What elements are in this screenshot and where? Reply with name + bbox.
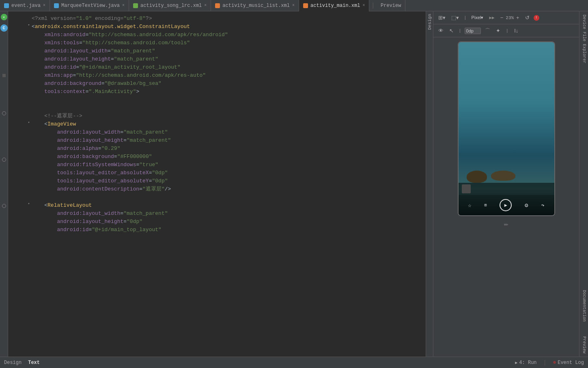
code-editor[interactable]: <?xml version="1.0" encoding="utf-8"?> ▾… xyxy=(8,11,426,357)
preview-label[interactable]: Preview xyxy=(579,333,588,357)
tab-close-icon[interactable]: × xyxy=(292,3,295,8)
tab-label: activity_song_lrc.xml xyxy=(140,3,202,9)
code-text: tools:layout_editor_absoluteX="0dp" xyxy=(32,169,168,177)
song-thumbnail xyxy=(462,184,471,193)
event-log-label: Event Log xyxy=(558,360,584,366)
preview-toolbar-2: 👁 ↖ | ⌒ ✦ | I↓ xyxy=(433,24,579,37)
logcat-btn[interactable]: ▶ 4: Run xyxy=(515,360,536,366)
code-line-5: android:layout_width="match_parent" xyxy=(11,47,426,55)
tab-song-xml[interactable]: activity_song_lrc.xml × xyxy=(129,0,211,11)
code-text: android:background="#FF000000" xyxy=(32,153,152,161)
code-text: xmlns:app="http://schemas.android.com/ap… xyxy=(32,71,206,80)
code-text: android:background="@drawable/bg_sea" xyxy=(32,80,162,88)
code-text: xmlns:android="http://schemas.android.co… xyxy=(32,31,228,39)
code-line-rl-lh: android:layout_height="0dp" xyxy=(11,218,426,226)
code-text: <!--遮罩层--> xyxy=(32,112,82,120)
java-file-icon xyxy=(4,3,9,8)
pixel-btn[interactable]: Pixel▾ xyxy=(470,14,485,21)
code-text: android:layout_width="match_parent" xyxy=(32,210,168,218)
error-icon: ⊗ xyxy=(553,359,556,366)
code-line-6: android:layout_height="match_parent" xyxy=(11,55,426,63)
palette-label[interactable]: Design xyxy=(426,11,433,32)
documentation-label[interactable]: Documentation xyxy=(579,287,588,325)
circle-fold-indicator[interactable] xyxy=(2,111,6,115)
magic-btn[interactable]: ✦ xyxy=(494,27,502,35)
eye-btn[interactable]: 👁 xyxy=(437,27,445,35)
close-indicator[interactable]: ✕ xyxy=(1,14,7,20)
preview-device: ☆ ⊞ ▶ ⚙ ↷ ✏ xyxy=(433,37,579,357)
tab-event-java[interactable]: event.java × xyxy=(0,0,50,11)
fold-down-icon[interactable]: ▾ xyxy=(26,201,32,207)
tab-preview[interactable]: Preview xyxy=(377,0,405,11)
circle-fold-indicator-2[interactable] xyxy=(2,158,6,162)
tab-label: activity_main.xml xyxy=(310,3,360,9)
phone-mockup: ☆ ⊞ ▶ ⚙ ↷ xyxy=(458,41,555,216)
main-area: ✕ C <?xml version="1.0" encoding="utf-8"… xyxy=(0,11,588,357)
code-text: <RelativeLayout xyxy=(32,201,92,210)
code-text xyxy=(32,104,35,112)
tab-label: event.java xyxy=(11,3,41,9)
tab-close-icon[interactable]: × xyxy=(204,3,207,8)
code-line-lw: android:layout_width="match_parent" xyxy=(11,128,426,136)
far-right-panel: Device File Explorer Documentation Previ… xyxy=(579,11,588,357)
code-line-blank3 xyxy=(11,193,426,201)
separator: | xyxy=(464,15,467,20)
design-tab-btn[interactable]: Design xyxy=(4,360,22,366)
refresh-btn[interactable]: ↺ xyxy=(523,14,531,22)
code-line-relativelayout: ▾ <RelativeLayout xyxy=(11,201,426,210)
bookmark-indicator: C xyxy=(0,24,8,32)
code-line-imageview: ▾ <ImageView xyxy=(11,120,426,128)
circle-fold-indicator-3[interactable] xyxy=(2,204,6,208)
separator-2: ▶▶ xyxy=(489,15,494,20)
tab-marquee-java[interactable]: MarqueeTextView.java × xyxy=(50,0,129,11)
code-text: android:id="@+id/main_activity_root_layo… xyxy=(32,63,181,71)
square-indicator xyxy=(2,74,6,77)
play-button[interactable]: ▶ xyxy=(500,199,512,211)
separator-3: | xyxy=(459,28,461,33)
code-line-bg: android:background="#FF000000" xyxy=(11,153,426,161)
tab-close-icon[interactable]: × xyxy=(362,3,365,8)
zoom-out-btn[interactable]: − xyxy=(499,14,505,22)
code-line-rl-id: android:id="@+id/main_top_layout" xyxy=(11,226,426,234)
view-toggle-btn[interactable]: ⊞▾ xyxy=(437,14,447,22)
device-file-explorer-label[interactable]: Device File Explorer xyxy=(579,11,588,67)
code-content[interactable]: <?xml version="1.0" encoding="utf-8"?> ▾… xyxy=(8,11,426,357)
text-tab-btn[interactable]: Text xyxy=(28,360,40,366)
code-line-9: android:background="@drawable/bg_sea" xyxy=(11,80,426,88)
share-icon[interactable]: ↷ xyxy=(541,202,544,209)
code-line-ay: tools:layout_editor_absoluteY="0dp" xyxy=(11,177,426,185)
zoom-in-btn[interactable]: + xyxy=(515,14,521,22)
cursor2-btn[interactable]: ↖ xyxy=(448,27,455,35)
tab-close-icon[interactable]: × xyxy=(122,3,125,8)
code-text: <androidx.constraintlayout.widget.Constr… xyxy=(32,23,190,31)
code-line-4: xmlns:tools="http://schemas.android.com/… xyxy=(11,39,426,47)
code-text: android:alpha="0.29" xyxy=(32,145,120,153)
preview-toolbar-1: ⊞▾ ⬚▾ | Pixel▾ ▶▶ − 23% + ↺ ! xyxy=(433,11,579,24)
code-line-7: android:id="@+id/main_activity_root_layo… xyxy=(11,63,426,71)
code-text: android:id="@+id/main_top_layout" xyxy=(32,226,162,234)
star-icon[interactable]: ☆ xyxy=(468,202,471,209)
code-text xyxy=(32,193,35,201)
prev-icon[interactable]: ⊞ xyxy=(485,203,487,208)
settings-icon[interactable]: ⚙ xyxy=(525,202,528,209)
code-line-blank1 xyxy=(11,96,426,104)
fold-down-icon[interactable]: ▾ xyxy=(26,120,32,126)
fold-down-icon[interactable]: ▾ xyxy=(26,23,32,28)
tab-label: Preview xyxy=(381,3,401,9)
code-line-3: xmlns:android="http://schemas.android.co… xyxy=(11,31,426,39)
code-line-fsw: android:fitsSystemWindows="true" xyxy=(11,161,426,169)
tab-close-icon[interactable]: × xyxy=(43,3,45,8)
tab-music-list-xml[interactable]: activity_music_list.xml × xyxy=(211,0,299,11)
dp-input[interactable] xyxy=(465,28,481,34)
code-line-ax: tools:layout_editor_absoluteX="0dp" xyxy=(11,169,426,177)
code-text: android:layout_width="match_parent" xyxy=(32,47,155,55)
code-line-lh: android:layout_height="match_parent" xyxy=(11,136,426,145)
code-text: android:layout_height="match_parent" xyxy=(32,55,158,63)
tab-main-xml[interactable]: activity_main.xml × xyxy=(299,0,369,11)
event-log-btn[interactable]: ⊗ Event Log xyxy=(553,359,584,366)
path-btn[interactable]: ⌒ xyxy=(483,26,492,35)
cursor-btn[interactable]: ⬚▾ xyxy=(450,14,461,22)
status-bar: Design Text ▶ 4: Run | ⊗ Event Log xyxy=(0,357,588,368)
code-text: android:layout_height="match_parent" xyxy=(32,136,171,145)
text-direction-btn[interactable]: I↓ xyxy=(513,27,520,35)
